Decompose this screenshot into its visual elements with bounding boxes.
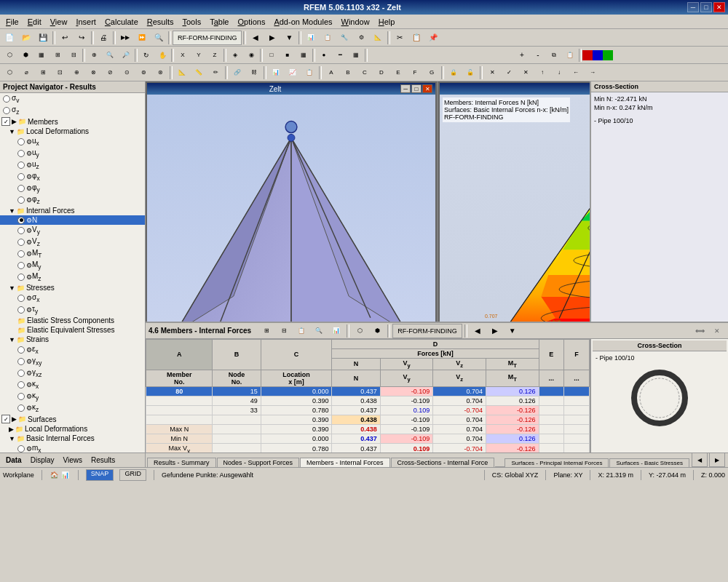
tb-icon-a[interactable]: 📊 [303,31,319,45]
tb3-e[interactable]: E [390,65,406,80]
grid-button[interactable]: GRID [119,469,146,481]
tab-prev[interactable]: ◀ [692,453,708,467]
navigator-tree[interactable]: σv σz ✓ ▶ 📁 Members ▼ 📁 Local Deformatio… [0,93,145,453]
tb3-b[interactable]: B [340,65,356,80]
nav-tab-display[interactable]: Display [28,456,58,464]
tree-gamma-xz[interactable]: ⚙ γxz [0,367,145,379]
tb2-shade[interactable]: ▦ [296,48,312,63]
radio-gamma-xy[interactable] [17,358,25,365]
tb3-15[interactable]: ⛓ [246,65,262,80]
tb2-copy[interactable]: ⧉ [546,48,562,63]
tree-Vz[interactable]: ⚙ Vz [0,236,145,248]
tree-gamma-xy[interactable]: ⚙ γxy [0,356,145,367]
table-row-minN[interactable]: Min N 0.000 0.437 -0.109 0.704 0.126 [146,434,590,443]
tb2-persp[interactable]: ◉ [243,48,259,63]
table-resize[interactable]: ⟺ [692,324,708,338]
tb-btn-3[interactable]: 🔍 [151,31,167,45]
table-row-maxN[interactable]: Max N 0.390 0.438 -0.109 0.704 -0.126 [146,424,590,434]
save-button[interactable]: 💾 [35,31,51,45]
tb3-arrow-d[interactable]: ↓ [551,65,567,80]
tb2-color-a[interactable] [582,50,593,60]
table-tb-5[interactable]: 📊 [328,324,344,338]
tb3-results-icon[interactable]: 📊 [268,65,284,80]
tree-surf-local-def[interactable]: ▶ 📁 Local Deformations [0,424,145,434]
tab-nodes-support[interactable]: Nodes - Support Forces [217,458,300,467]
tb2-1[interactable]: ⬡ [1,48,17,63]
table-container[interactable]: A B C D E F Forces [kN] N [146,339,590,453]
tree-kappa-y[interactable]: ⚙ κy [0,391,145,402]
tb3-1[interactable]: ⬡ [1,65,17,80]
tb-btn-1[interactable]: ▶▶ [117,31,133,45]
tb-icon-d[interactable]: ⚙ [353,31,369,45]
table-prev[interactable]: ◀ [470,324,486,338]
tree-phi-z[interactable]: ⚙ φz [0,194,145,206]
tb2-zoom-out[interactable]: 🔎 [118,48,134,63]
tb3-14[interactable]: 🔗 [229,65,245,80]
tree-uy[interactable]: ⚙ uy [0,148,145,159]
status-icon-1[interactable]: 🏠 [50,470,60,480]
table-tb-2[interactable]: ⊟ [276,324,292,338]
tree-N[interactable]: ⚙ N [0,215,145,225]
table-menu[interactable]: ▼ [505,324,521,338]
tb-btn-2[interactable]: ⏩ [134,31,150,45]
tb2-5[interactable]: ⊟ [66,48,82,63]
tab-next[interactable]: ▶ [709,453,725,467]
tb3-3[interactable]: ⊞ [35,65,51,80]
tb3-unlock[interactable]: 🔓 [462,65,478,80]
radio-Mz[interactable] [17,274,25,281]
tb2-iso[interactable]: ◈ [227,48,243,63]
tb3-9[interactable]: ⊚ [135,65,151,80]
view-left-maximize[interactable]: □ [411,84,422,93]
radio-phi-z[interactable] [17,196,25,204]
tb2-view-y[interactable]: Y [191,48,207,63]
check-members[interactable]: ✓ [1,117,10,126]
radio-sigma-x[interactable] [17,295,25,302]
table-tb-3[interactable]: 📋 [293,324,309,338]
radio-uz[interactable] [17,162,25,169]
tb3-delete[interactable]: ✕ [484,65,500,80]
tab-surfaces-basic[interactable]: Surfaces - Basic Stresses [609,458,689,467]
tab-members-internal[interactable]: Members - Internal Forces [300,458,390,467]
tree-sigma-v[interactable]: σv [0,93,145,105]
tb3-13[interactable]: ✏ [207,65,223,80]
menu-edit[interactable]: Edit [23,16,46,28]
tree-kappa-x[interactable]: ⚙ κx [0,379,145,391]
tab-results-summary[interactable]: Results - Summary [147,458,216,467]
radio-kappa-z[interactable] [17,404,25,412]
tb3-arrow-l[interactable]: ← [568,65,584,80]
tb3-10[interactable]: ⊛ [152,65,168,80]
radio-ux[interactable] [17,138,25,146]
tb3-d[interactable]: D [373,65,389,80]
tree-elastic-stress-comp[interactable]: 📁 Elastic Stress Components [0,316,145,325]
tb3-2[interactable]: ⌀ [18,65,34,80]
tb3-7[interactable]: ⊘ [102,65,118,80]
tree-uz[interactable]: ⚙ uz [0,159,145,171]
radio-kappa-x[interactable] [17,381,25,388]
menu-help[interactable]: Help [374,16,400,28]
minimize-button[interactable]: ─ [687,2,699,12]
tb3-c[interactable]: C [357,65,373,80]
prev-btn[interactable]: ◀ [248,31,264,45]
tree-internal-forces-folder[interactable]: ▼ 📁 Internal Forces [0,206,145,215]
tree-phi-y[interactable]: ⚙ φy [0,183,145,194]
radio-phi-y[interactable] [17,185,25,192]
tb2-zoom-extent[interactable]: ⊕ [86,48,102,63]
tree-tau-y[interactable]: ⚙ τy [0,304,145,316]
tb2-pan[interactable]: ✋ [154,48,170,63]
tree-eps-x[interactable]: ⚙ εx [0,344,145,356]
tb3-chart[interactable]: 📈 [285,65,301,80]
tree-sigma-z[interactable]: σz [0,105,145,116]
nav-tab-data[interactable]: Data [3,456,25,464]
tb3-check[interactable]: ✓ [501,65,517,80]
tab-surfaces-principal[interactable]: Surfaces - Principal Internal Forces [505,458,609,467]
radio-My[interactable] [17,262,25,269]
tree-Vy[interactable]: ⚙ Vy [0,225,145,236]
radio-mx[interactable] [17,445,25,453]
tb3-4[interactable]: ⊡ [52,65,68,80]
menu-file[interactable]: File [1,16,23,28]
redo-button[interactable]: ↪ [74,31,90,45]
tree-stresses-folder[interactable]: ▼ 📁 Stresses [0,283,145,292]
menu-view[interactable]: View [46,16,72,28]
menu-results[interactable]: Results [143,16,178,28]
next-btn[interactable]: ▶ [264,31,280,45]
